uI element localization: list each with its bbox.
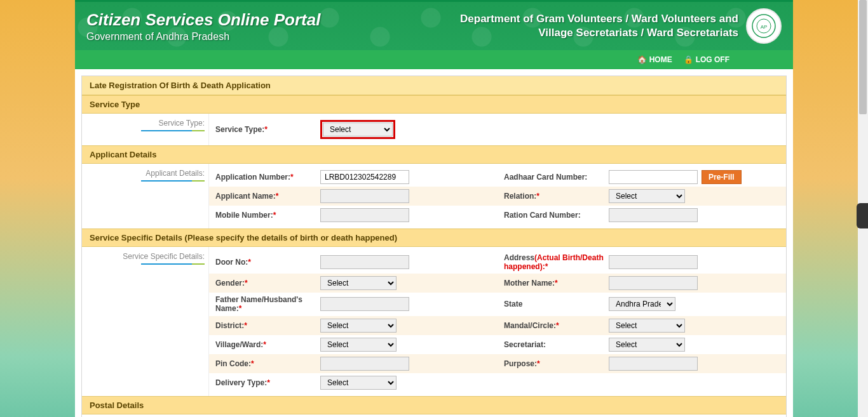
label-state: State	[498, 300, 609, 308]
input-application-number[interactable]	[320, 170, 409, 184]
section-service-type-title: Service Type	[82, 95, 786, 114]
input-ration[interactable]	[609, 208, 698, 222]
service-type-highlight: Select	[320, 120, 395, 139]
label-district: District:*	[209, 321, 320, 330]
input-father-husband[interactable]	[320, 297, 409, 311]
section-postal-title: Postal Details	[82, 396, 786, 414]
home-icon: 🏠	[637, 55, 647, 64]
label-mandal: Mandal/Circle:*	[498, 321, 609, 330]
prefill-button[interactable]: Pre-Fill	[702, 170, 742, 184]
delivery-type-select[interactable]: Select	[320, 376, 397, 390]
section-service-specific-title: Service Specific Details (Please specify…	[82, 228, 786, 247]
side-tab-service-specific: Service Specific Details:	[82, 247, 209, 396]
side-tab-service-specific-label: Service Specific Details:	[123, 252, 205, 261]
label-applicant-name: Applicant Name:*	[209, 192, 320, 201]
label-purpose: Purpose:*	[498, 359, 609, 368]
side-tab-applicant: Applicant Details:	[82, 164, 209, 228]
tab-underline	[141, 263, 205, 265]
input-purpose[interactable]	[609, 357, 698, 371]
service-type-select[interactable]: Select	[323, 122, 393, 136]
label-secretariat: Secretariat:	[498, 340, 609, 349]
nav-logoff-label: LOG OFF	[696, 55, 729, 64]
side-help-tab[interactable]	[857, 203, 868, 228]
label-mother-name: Mother Name:*	[498, 279, 609, 288]
scrollbar-thumb[interactable]	[859, 0, 867, 114]
dept-line1: Department of Gram Volunteers / Ward Vol…	[460, 12, 738, 26]
input-door-no[interactable]	[320, 255, 409, 269]
section-applicant-title: Applicant Details	[82, 145, 786, 164]
lock-icon: 🔒	[684, 55, 693, 64]
side-tab-applicant-label: Applicant Details:	[146, 169, 205, 178]
nav-logoff[interactable]: 🔒 LOG OFF	[684, 55, 729, 64]
nav-home[interactable]: 🏠 HOME	[637, 55, 672, 64]
mandal-select[interactable]: Select	[609, 319, 685, 333]
label-service-type: Service Type:*	[209, 125, 320, 134]
tab-underline	[141, 180, 205, 182]
tab-underline	[141, 130, 205, 131]
header-title: Citizen Services Online Portal	[86, 10, 320, 30]
label-ration: Ration Card Number:	[498, 211, 609, 220]
input-mobile[interactable]	[320, 208, 409, 222]
village-select[interactable]: Select	[320, 338, 397, 352]
page-title: Late Registration Of Birth & Death Appli…	[82, 76, 786, 95]
input-address[interactable]	[609, 255, 698, 269]
ap-state-logo: AP	[746, 8, 782, 44]
input-aadhaar[interactable]	[609, 170, 698, 184]
side-tab-service-type: Service Type:	[82, 114, 209, 145]
nav-home-label: HOME	[649, 55, 672, 64]
label-mobile: Mobile Number:*	[209, 211, 320, 220]
label-father-husband: Father Name/Husband's Name:*	[209, 295, 320, 314]
label-pincode: Pin Code:*	[209, 359, 320, 368]
header-subtitle: Government of Andhra Pradesh	[86, 31, 320, 43]
relation-select[interactable]: Select	[609, 189, 685, 203]
label-delivery-type: Delivery Type:*	[209, 378, 320, 387]
state-select[interactable]: Andhra Pradesh	[609, 297, 675, 311]
navbar: 🏠 HOME 🔒 LOG OFF	[75, 50, 793, 69]
label-village: Village/Ward:*	[209, 340, 320, 349]
label-address: Address(Actual Birth/Death happened):*	[498, 253, 609, 271]
side-tab-service-type-label: Service Type:	[159, 119, 205, 128]
label-door-no: Door No:*	[209, 258, 320, 267]
label-application-number: Application Number:*	[209, 173, 320, 182]
label-gender: Gender:*	[209, 279, 320, 288]
secretariat-select[interactable]: Select	[609, 338, 685, 352]
input-applicant-name[interactable]	[320, 189, 409, 203]
input-pincode[interactable]	[320, 357, 409, 371]
dept-line2: Village Secretariats / Ward Secretariats	[460, 26, 738, 40]
app-header: Citizen Services Online Portal Governmen…	[75, 0, 793, 50]
gender-select[interactable]: Select	[320, 276, 397, 290]
label-aadhaar: Aadhaar Card Number:	[498, 173, 609, 182]
header-department: Department of Gram Volunteers / Ward Vol…	[460, 12, 738, 40]
svg-text:AP: AP	[761, 24, 768, 30]
label-relation: Relation:*	[498, 192, 609, 201]
input-mother-name[interactable]	[609, 276, 698, 290]
district-select[interactable]: Select	[320, 319, 397, 333]
form-container: Late Registration Of Birth & Death Appli…	[81, 76, 787, 417]
